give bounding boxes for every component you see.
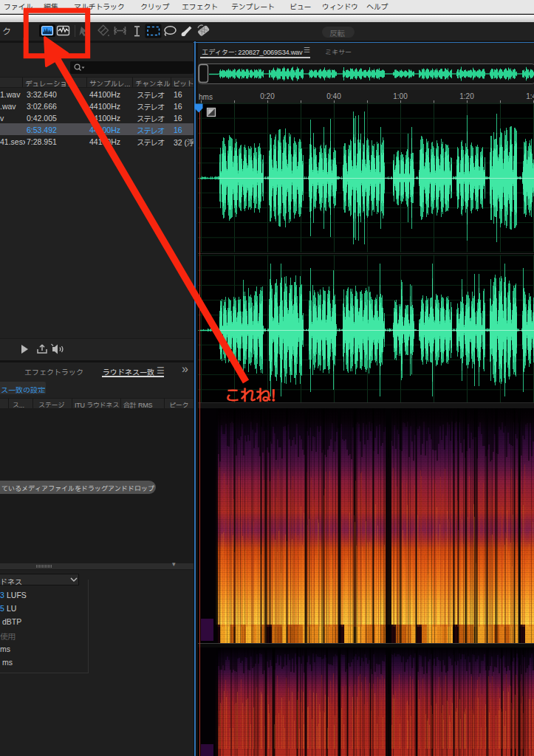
svg-text:0:40: 0:40 bbox=[326, 92, 341, 100]
svg-text:1:00: 1:00 bbox=[393, 92, 408, 100]
svg-text:hms: hms bbox=[199, 93, 213, 101]
svg-text:1:20: 1:20 bbox=[459, 92, 474, 100]
svg-text:0:20: 0:20 bbox=[260, 92, 275, 100]
svg-text:1:40: 1:40 bbox=[526, 92, 534, 100]
